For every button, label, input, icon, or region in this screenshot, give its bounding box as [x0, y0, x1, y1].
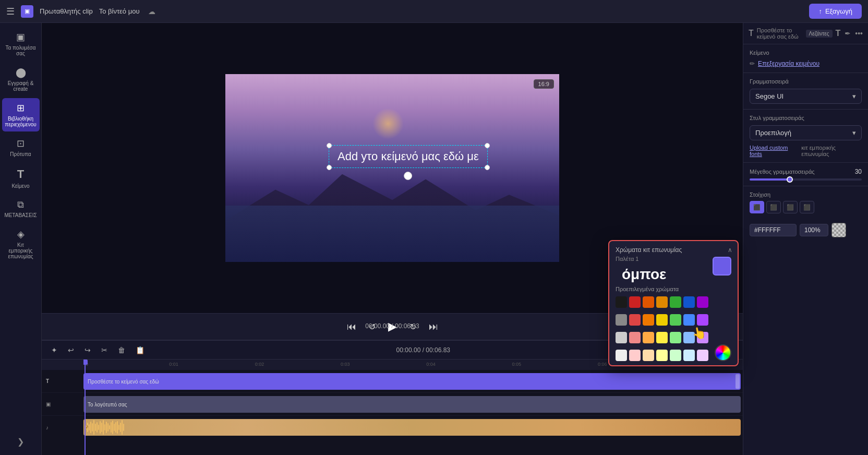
rp-align-right[interactable]: ⬛ — [783, 201, 798, 213]
swatch-red-light[interactable] — [629, 314, 641, 326]
rp-font-section: Γραμματοσειρά Segoe UI ▾ — [743, 73, 868, 110]
swatch-white-near[interactable] — [616, 350, 627, 361]
overlay-text: Add yτo κείμενό μας εδώ με — [337, 150, 479, 163]
sidebar-item-media[interactable]: ▣ Τα πολυμέσα σας — [2, 27, 40, 61]
rp-font-label: Γραμματοσειρά — [750, 78, 862, 85]
swatch-thistle[interactable] — [697, 350, 708, 361]
logo-clip-label: Το λογότυπό σας — [88, 402, 127, 408]
swatch-orange-dark[interactable] — [643, 296, 654, 308]
swatch-alice[interactable] — [683, 350, 695, 361]
wave-bar — [103, 420, 104, 435]
export-button[interactable]: ↑ Εξαγωγή — [809, 4, 862, 19]
project-name[interactable]: Πρωταθλητής clip — [40, 7, 93, 15]
swatch-mint[interactable] — [670, 332, 681, 343]
rp-edit-link[interactable]: Επεξεργασία κειμένου — [758, 60, 819, 67]
swatch-orange-pale[interactable] — [643, 332, 654, 343]
center-panel: Add yτo κείμενό μας εδώ με ↻ 16:9 ⏮ ↺ ▶ … — [42, 23, 743, 455]
tl-copy-btn[interactable]: 📋 — [132, 344, 148, 356]
sidebar-item-templates[interactable]: ⊡ Πρότυπα — [2, 134, 40, 161]
rp-align-center[interactable]: ⬛ — [766, 201, 781, 213]
swatch-green[interactable] — [670, 296, 681, 308]
skip-back-button[interactable]: ⏮ — [345, 319, 358, 334]
sidebar-item-text[interactable]: T Κείμενο — [2, 163, 40, 193]
rp-text-format-btn[interactable]: T — [836, 29, 841, 38]
swatch-green-light[interactable] — [670, 314, 681, 326]
rp-font-select[interactable]: Segoe UI ▾ — [750, 89, 862, 104]
rp-more-btn[interactable]: ••• — [855, 29, 863, 38]
swatch-orange[interactable] — [643, 314, 654, 326]
transparent-swatch-btn[interactable] — [831, 223, 846, 237]
playhead[interactable] — [85, 360, 86, 455]
handle-top-left[interactable] — [327, 143, 332, 148]
opacity-input[interactable] — [800, 224, 828, 236]
swatch-gray[interactable] — [616, 314, 627, 326]
video-canvas[interactable]: Add yτo κείμενό μας εδώ με ↻ 16:9 — [225, 74, 559, 262]
rp-align-left[interactable]: ⬛ — [750, 201, 764, 213]
rp-align-justify[interactable]: ⬛ — [800, 201, 814, 213]
track-label-text: T — [42, 370, 83, 393]
record-icon: ⬤ — [16, 67, 26, 78]
cp-big-color-swatch[interactable] — [713, 257, 731, 276]
cp-title: Χρώματα κιτ επωνυμίας — [616, 246, 731, 254]
rp-upload-fonts-link[interactable]: Upload custom fonts — [750, 145, 799, 157]
swatch-rose[interactable] — [629, 350, 641, 361]
swatch-purple[interactable] — [697, 296, 708, 308]
video-name[interactable]: Το βίντεό μου — [99, 7, 140, 15]
sidebar-item-label: Κείμενο — [11, 183, 29, 189]
handle-rotate[interactable]: ↻ — [404, 172, 412, 180]
logo-track[interactable]: Το λογότυπό σας — [83, 393, 743, 416]
swatch-violet[interactable] — [697, 314, 708, 326]
tl-select-tool[interactable]: ✦ — [48, 344, 61, 356]
swatch-peach[interactable] — [643, 350, 654, 361]
swatch-honeydew[interactable] — [670, 350, 681, 361]
swatch-yellow-light[interactable] — [656, 332, 668, 343]
wave-bar — [89, 424, 90, 430]
logo-clip[interactable]: Το λογότυπό σας — [83, 396, 741, 413]
swatch-amber[interactable] — [656, 296, 668, 308]
menu-icon[interactable]: ☰ — [6, 6, 15, 17]
rp-font-style-select[interactable]: Προεπιλογή ▾ — [750, 125, 862, 140]
audio-clip[interactable]: ♪ — [83, 419, 741, 436]
swatch-red[interactable] — [629, 296, 641, 308]
tl-undo-btn[interactable]: ↩ — [65, 344, 77, 356]
text-icon: T — [17, 167, 24, 181]
sidebar-item-record[interactable]: ⬤ Εγγραφή & create — [2, 63, 40, 96]
sidebar-item-brand[interactable]: ◈ Κιτ εμπορικής επωνυμίας — [2, 224, 40, 264]
hex-input[interactable] — [750, 224, 797, 236]
text-clip[interactable]: Προσθέστε το κείμενό σας εδώ — [83, 373, 741, 390]
handle-bottom-right[interactable] — [485, 165, 490, 170]
wave-bar — [90, 422, 91, 433]
rp-style-btn[interactable]: ✒ — [845, 29, 851, 38]
track-label-audio: ♪ — [42, 416, 83, 439]
sidebar-collapse-arrow[interactable]: ❯ — [13, 433, 28, 451]
text-clip-handle[interactable] — [736, 374, 740, 389]
text-overlay[interactable]: Add yτo κείμενό μας εδώ με ↻ — [329, 145, 488, 168]
tl-delete-btn[interactable]: 🗑 — [115, 344, 128, 356]
swatch-cream[interactable] — [656, 350, 668, 361]
swatch-blue[interactable] — [683, 296, 695, 308]
timeline-body: T ▣ ♪ 0 0:01 0:02 0:03 — [42, 360, 743, 455]
sidebar-item-library[interactable]: ⊞ Βιβλιοθήκη περιεχόμενου — [2, 98, 40, 131]
tl-redo-btn[interactable]: ↪ — [81, 344, 94, 356]
rp-size-row: Μέγεθος γραμματοσειράς 30 — [750, 168, 862, 175]
handle-bottom-left[interactable] — [327, 165, 332, 170]
rp-slider-thumb[interactable] — [787, 176, 793, 183]
audio-track[interactable]: ♪ — [83, 416, 743, 439]
skip-forward-button[interactable]: ⏭ — [427, 319, 440, 334]
swatch-pink[interactable] — [629, 332, 641, 343]
export-label: Εξαγωγή — [825, 7, 852, 15]
swatch-lightgray[interactable] — [616, 332, 627, 343]
swatch-yellow[interactable] — [656, 314, 668, 326]
text-track[interactable]: Προσθέστε το κείμενό σας εδώ — [83, 370, 743, 393]
sun-glow — [372, 108, 404, 139]
sidebar-item-label: Πρότυπα — [10, 151, 31, 157]
tl-cut-btn[interactable]: ✂ — [98, 344, 111, 356]
sidebar-item-transitions[interactable]: ⧉ ΜΕΤΑΒΑΣΕΙΣ — [2, 195, 40, 222]
cp-collapse-btn[interactable]: ∧ — [728, 246, 732, 254]
rp-size-slider[interactable] — [750, 178, 862, 181]
handle-top-right[interactable] — [485, 143, 490, 148]
rp-top-row: T Προσθέστε το κείμενό σας εδώ Λεζάντες … — [743, 23, 868, 44]
swatch-black[interactable] — [616, 296, 627, 308]
swatch-blue-light[interactable] — [683, 314, 695, 326]
cp-color-wheel-btn[interactable] — [715, 344, 731, 361]
